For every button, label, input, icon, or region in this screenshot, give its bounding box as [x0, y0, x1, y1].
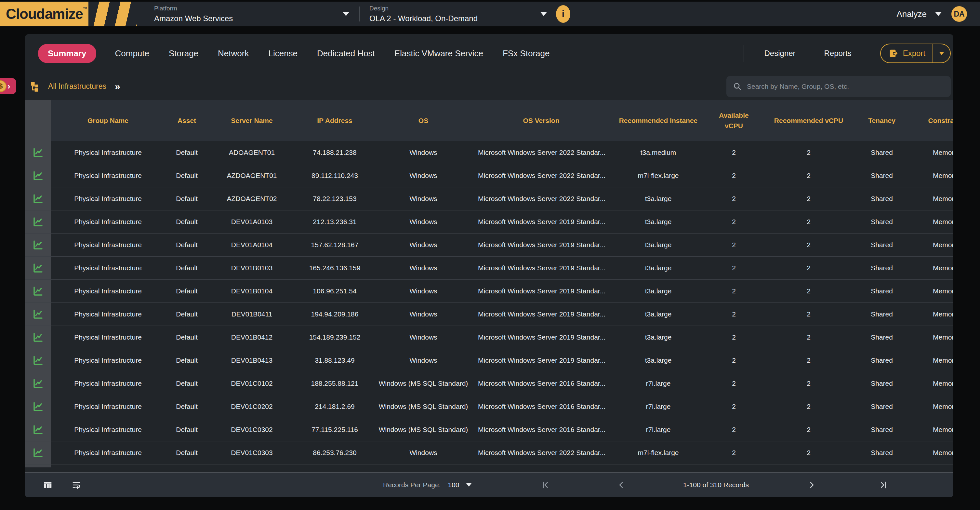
table-row[interactable]: Physical InfrastructureDefaultDEV01A0104… [25, 234, 953, 257]
cell-constraint: Memory [908, 326, 953, 349]
tab-fsx-storage[interactable]: FSx Storage [502, 45, 550, 62]
table-row[interactable]: Physical InfrastructureDefaultDEV01C0303… [25, 441, 953, 464]
cell-ip: 86.253.76.230 [295, 441, 375, 464]
table-row[interactable]: Physical InfrastructureDefaultDEV01A0103… [25, 210, 953, 234]
design-select[interactable]: Design OLA 2 - Workload, On-Demand [369, 2, 547, 26]
search-input[interactable] [747, 83, 944, 91]
servers-table: Group NameAssetServer NameIP AddressOSOS… [25, 100, 953, 467]
export-button[interactable]: Export [880, 44, 951, 63]
row-chart-button[interactable] [25, 372, 51, 395]
cell-server: DEV01C0202 [209, 395, 295, 418]
column-header-os-version[interactable]: OS Version [472, 100, 610, 141]
cell-tenancy: Shared [856, 164, 908, 187]
cell-instance: t3a.large [610, 349, 706, 372]
icon-column-strip [25, 464, 51, 467]
row-chart-button[interactable] [25, 164, 51, 187]
tab-storage[interactable]: Storage [168, 45, 199, 62]
cell-asset: Default [165, 141, 209, 164]
content-card: SummaryComputeStorageNetworkLicenseDedic… [25, 34, 953, 497]
tab-dedicated-host[interactable]: Dedicated Host [317, 45, 375, 62]
cell-constraint: Memory [908, 418, 953, 441]
row-chart-button[interactable] [25, 303, 51, 325]
search-icon [733, 82, 742, 91]
column-header-recommended-vcpu[interactable]: Recommended vCPU [762, 100, 856, 141]
row-chart-button[interactable] [25, 280, 51, 303]
line-chart-icon [32, 424, 44, 435]
tab-compute[interactable]: Compute [115, 45, 150, 62]
export-menu-toggle[interactable] [933, 44, 950, 62]
cell-tenancy: Shared [856, 210, 908, 233]
cell-available-vcpu: 2 [706, 210, 762, 233]
line-chart-icon [32, 193, 44, 205]
previous-page-button[interactable] [616, 473, 626, 497]
cost-side-tab[interactable]: $ › [0, 78, 16, 94]
cell-ip: 212.13.236.31 [295, 210, 375, 233]
wrap-text-icon [72, 480, 81, 490]
cell-instance: m7i-flex.large [610, 441, 706, 464]
avatar[interactable]: DA [951, 6, 967, 22]
table-row[interactable]: Physical InfrastructureDefaultDEV01C0102… [25, 372, 953, 395]
row-chart-button[interactable] [25, 187, 51, 210]
tab-license[interactable]: License [267, 45, 298, 62]
table-row[interactable]: Physical InfrastructureDefaultDEV01B0411… [25, 303, 953, 326]
first-page-button[interactable] [540, 473, 550, 497]
table-row[interactable]: Physical InfrastructureDefaultDEV01C0302… [25, 418, 953, 441]
column-header-tenancy[interactable]: Tenancy [856, 100, 908, 141]
cell-ip: 74.188.21.238 [295, 141, 375, 164]
column-header-recommended-instance[interactable]: Recommended Instance [610, 100, 706, 141]
row-chart-button[interactable] [25, 141, 51, 164]
table-row[interactable]: Physical InfrastructureDefaultDEV01B0412… [25, 326, 953, 349]
column-view-button[interactable] [43, 480, 52, 490]
column-header-os[interactable]: OS [375, 100, 472, 141]
row-chart-button[interactable] [25, 210, 51, 233]
column-header-available-vcpu[interactable]: Available vCPU [706, 100, 762, 141]
info-icon[interactable]: i [556, 5, 570, 23]
row-chart-button[interactable] [25, 441, 51, 464]
last-page-button[interactable] [878, 473, 888, 497]
cell-tenancy: Shared [856, 280, 908, 303]
table-row[interactable]: Physical InfrastructureDefaultDEV01B0413… [25, 349, 953, 372]
row-chart-button[interactable] [25, 257, 51, 279]
column-header-ip-address[interactable]: IP Address [295, 100, 375, 141]
next-page-button[interactable] [807, 473, 817, 497]
cell-server: AZDOAGENT01 [209, 164, 295, 187]
platform-select[interactable]: Platform Amazon Web Services [154, 2, 349, 26]
row-chart-button[interactable] [25, 395, 51, 418]
row-chart-button[interactable] [25, 326, 51, 349]
table-row[interactable]: Physical InfrastructureDefaultAZDOAGENT0… [25, 164, 953, 187]
cloudamize-logo[interactable]: Cloudamize ™ [0, 2, 88, 26]
column-header-constraint[interactable]: Constraint [908, 100, 953, 141]
column-header-group-name[interactable]: Group Name [51, 100, 165, 141]
tab-elastic-vmware-service[interactable]: Elastic VMware Service [394, 45, 484, 62]
cell-instance: t3a.large [610, 187, 706, 210]
row-chart-button[interactable] [25, 234, 51, 256]
cell-os: Windows (MS SQL Standard) [375, 372, 472, 395]
table-row[interactable]: Physical InfrastructureDefaultDEV01C0202… [25, 395, 953, 418]
cell-server: ADOAGENT01 [209, 141, 295, 164]
table-row[interactable]: Physical InfrastructureDefaultDEV01B0104… [25, 280, 953, 303]
cell-instance: r7i.large [610, 372, 706, 395]
cell-asset: Default [165, 164, 209, 187]
partial-row [25, 464, 953, 467]
table-row[interactable]: Physical InfrastructureDefaultADOAGENT01… [25, 141, 953, 164]
row-chart-button[interactable] [25, 418, 51, 441]
column-header-asset[interactable]: Asset [165, 100, 209, 141]
cell-recommended-vcpu: 2 [762, 234, 856, 256]
cell-available-vcpu: 2 [706, 234, 762, 256]
table-row[interactable]: Physical InfrastructureDefaultDEV01B0103… [25, 257, 953, 280]
wrap-text-button[interactable] [72, 480, 81, 490]
cell-os-version: Microsoft Windows Server 2019 Standar... [472, 257, 610, 279]
breadcrumb[interactable]: All Infrastructures » [29, 80, 120, 93]
cell-asset: Default [165, 257, 209, 279]
designer-link[interactable]: Designer [764, 49, 795, 58]
records-per-page[interactable]: Records Per Page: 100 [383, 473, 471, 497]
row-chart-button[interactable] [25, 349, 51, 372]
tab-network[interactable]: Network [217, 45, 250, 62]
cell-available-vcpu: 2 [706, 303, 762, 325]
tab-summary[interactable]: Summary [38, 44, 96, 63]
reports-link[interactable]: Reports [824, 49, 851, 58]
analyze-menu[interactable]: Analyze [897, 9, 942, 19]
cell-available-vcpu: 2 [706, 164, 762, 187]
column-header-server-name[interactable]: Server Name [209, 100, 295, 141]
table-row[interactable]: Physical InfrastructureDefaultAZDOAGENT0… [25, 187, 953, 210]
